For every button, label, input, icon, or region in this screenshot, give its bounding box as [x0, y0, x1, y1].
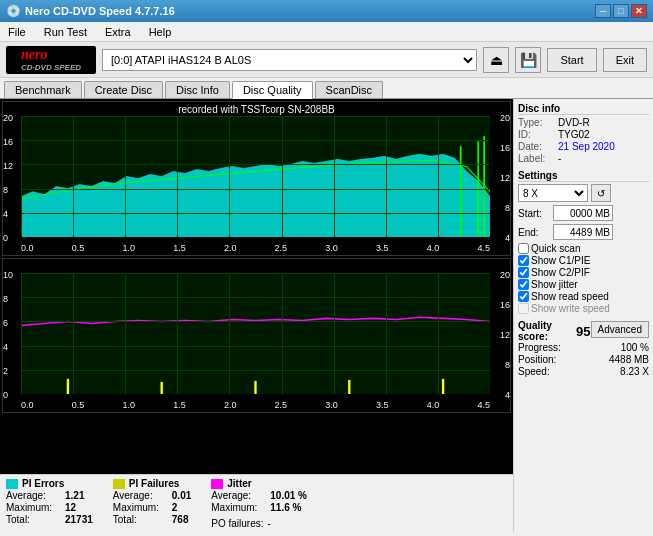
show-c1pie-check[interactable] — [518, 255, 529, 266]
toolbar: nero CD·DVD SPEED [0:0] ATAPI iHAS124 B … — [0, 42, 653, 78]
tab-scan-disc[interactable]: ScanDisc — [315, 81, 383, 98]
nero-logo: nero CD·DVD SPEED — [6, 46, 96, 74]
legend-pi-errors: PI Errors Average:1.21 Maximum:12 Total:… — [6, 478, 93, 525]
advanced-button[interactable]: Advanced — [591, 321, 649, 338]
id-label: ID: — [518, 129, 556, 140]
show-read-speed-label: Show read speed — [531, 291, 609, 302]
end-label: End: — [518, 227, 550, 238]
id-value: TYG02 — [558, 129, 590, 140]
show-jitter-label: Show jitter — [531, 279, 578, 290]
speed-select[interactable]: 8 X — [518, 184, 588, 202]
chart2-plot — [21, 273, 490, 394]
position-label: Position: — [518, 354, 556, 365]
speed-value: 8.23 X — [620, 366, 649, 377]
save-icon[interactable]: 💾 — [515, 47, 541, 73]
disc-label-label: Label: — [518, 153, 556, 164]
legend: PI Errors Average:1.21 Maximum:12 Total:… — [0, 474, 513, 532]
po-failures-label: PO failures: — [211, 518, 263, 529]
position-value: 4488 MB — [609, 354, 649, 365]
chart1-title: recorded with TSSTcorp SN-208BB — [178, 104, 335, 115]
menu-run-test[interactable]: Run Test — [40, 25, 91, 39]
refresh-icon[interactable]: ↺ — [591, 184, 611, 202]
drive-select[interactable]: [0:0] ATAPI iHAS124 B AL0S — [102, 49, 477, 71]
settings-title: Settings — [518, 170, 649, 182]
quick-scan-label: Quick scan — [531, 243, 580, 254]
jitter-max: 11.6 % — [270, 502, 301, 513]
jitter-swatch — [211, 479, 223, 489]
legend-jitter: Jitter Average:10.01 % Maximum:11.6 % PO… — [211, 478, 307, 529]
show-read-speed-check[interactable] — [518, 291, 529, 302]
pi-failures-total: 768 — [172, 514, 189, 525]
disc-info-section: Disc info Type: DVD-R ID: TYG02 Date: 21… — [518, 103, 649, 164]
quality-score-label: Quality score: — [518, 320, 576, 342]
jitter-avg: 10.01 % — [270, 490, 307, 501]
maximize-button[interactable]: □ — [613, 4, 629, 18]
progress-section: Progress: 100 % Position: 4488 MB Speed:… — [518, 342, 649, 377]
progress-value: 100 % — [621, 342, 649, 353]
tab-benchmark[interactable]: Benchmark — [4, 81, 82, 98]
start-label: Start: — [518, 208, 550, 219]
chart2-y-left: 10 8 6 4 2 0 — [3, 259, 21, 412]
chart2-y-right: 20 16 12 8 4 — [492, 259, 510, 412]
right-panel: Disc info Type: DVD-R ID: TYG02 Date: 21… — [513, 99, 653, 532]
chart1-x-labels: 0.0 0.5 1.0 1.5 2.0 2.5 3.0 3.5 4.0 4.5 — [21, 241, 490, 255]
app-icon: 💿 — [6, 4, 21, 18]
tab-create-disc[interactable]: Create Disc — [84, 81, 163, 98]
end-input[interactable] — [553, 224, 613, 240]
pi-failures-swatch — [113, 479, 125, 489]
tab-disc-info[interactable]: Disc Info — [165, 81, 230, 98]
show-jitter-check[interactable] — [518, 279, 529, 290]
settings-section: Settings 8 X ↺ Start: End: Quick scan Sh… — [518, 170, 649, 314]
minimize-button[interactable]: ─ — [595, 4, 611, 18]
chart1-plot — [21, 116, 490, 237]
pi-errors-max: 12 — [65, 502, 76, 513]
legend-pi-failures: PI Failures Average:0.01 Maximum:2 Total… — [113, 478, 191, 525]
svg-marker-0 — [21, 154, 490, 237]
charts-area: recorded with TSSTcorp SN-208BB 20 16 12… — [0, 99, 513, 474]
menu-file[interactable]: File — [4, 25, 30, 39]
eject-icon[interactable]: ⏏ — [483, 47, 509, 73]
chart1-y-left: 20 16 12 8 4 0 — [3, 102, 21, 255]
chart2: 10 8 6 4 2 0 20 16 12 8 4 — [2, 258, 511, 413]
menu-bar: File Run Test Extra Help — [0, 22, 653, 42]
show-write-speed-check[interactable] — [518, 303, 529, 314]
tabs: Benchmark Create Disc Disc Info Disc Qua… — [0, 78, 653, 99]
title-bar: 💿 Nero CD-DVD Speed 4.7.7.16 ─ □ ✕ — [0, 0, 653, 22]
chart1-svg — [21, 116, 490, 237]
chart1-y-right: 20 16 12 8 4 — [492, 102, 510, 255]
type-value: DVD-R — [558, 117, 590, 128]
jitter-label: Jitter — [227, 478, 251, 489]
show-c2pif-label: Show C2/PIF — [531, 267, 590, 278]
main-content: recorded with TSSTcorp SN-208BB 20 16 12… — [0, 99, 653, 532]
chart1: recorded with TSSTcorp SN-208BB 20 16 12… — [2, 101, 511, 256]
grid-h — [21, 116, 490, 117]
tab-disc-quality[interactable]: Disc Quality — [232, 81, 313, 99]
pi-errors-label: PI Errors — [22, 478, 64, 489]
pi-failures-label: PI Failures — [129, 478, 180, 489]
po-failures-value: - — [268, 518, 271, 529]
pi-failures-max: 2 — [172, 502, 178, 513]
speed-label: Speed: — [518, 366, 550, 377]
pi-failures-avg: 0.01 — [172, 490, 191, 501]
pi-errors-total: 21731 — [65, 514, 93, 525]
date-label: Date: — [518, 141, 556, 152]
show-c1pie-label: Show C1/PIE — [531, 255, 590, 266]
disc-info-title: Disc info — [518, 103, 649, 115]
close-button[interactable]: ✕ — [631, 4, 647, 18]
exit-button[interactable]: Exit — [603, 48, 647, 72]
menu-extra[interactable]: Extra — [101, 25, 135, 39]
disc-label-value: - — [558, 153, 561, 164]
start-button[interactable]: Start — [547, 48, 596, 72]
chart2-x-labels: 0.0 0.5 1.0 1.5 2.0 2.5 3.0 3.5 4.0 4.5 — [21, 398, 490, 412]
pi-errors-swatch — [6, 479, 18, 489]
pi-errors-avg: 1.21 — [65, 490, 84, 501]
quick-scan-check[interactable] — [518, 243, 529, 254]
show-write-speed-label: Show write speed — [531, 303, 610, 314]
quality-score-value: 95 — [576, 324, 590, 339]
menu-help[interactable]: Help — [145, 25, 176, 39]
window-title: Nero CD-DVD Speed 4.7.7.16 — [25, 5, 175, 17]
show-c2pif-check[interactable] — [518, 267, 529, 278]
progress-label: Progress: — [518, 342, 561, 353]
chart2-svg — [21, 273, 490, 394]
start-input[interactable] — [553, 205, 613, 221]
